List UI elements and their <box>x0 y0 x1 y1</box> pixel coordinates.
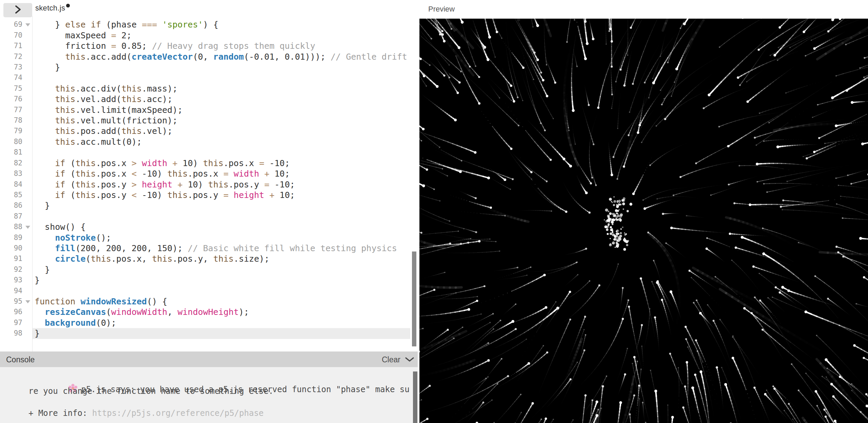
code-line[interactable]: 79 this.pos.add(this.vel); <box>0 126 418 136</box>
chevron-down-icon[interactable] <box>405 357 414 364</box>
code-line[interactable]: 96 resizeCanvas(windowWidth, windowHeigh… <box>0 307 418 317</box>
console-clear-button[interactable]: Clear <box>382 355 400 364</box>
code-line[interactable]: 74 <box>0 73 418 83</box>
code-text[interactable]: this.pos.add(this.vel); <box>21 126 410 136</box>
code-line[interactable]: 75 this.acc.div(this.mass); <box>0 83 418 94</box>
tab-sketch-js[interactable]: sketch.js <box>35 0 70 16</box>
code-text[interactable]: } else if (phase === 'spores') { <box>21 19 410 30</box>
code-line[interactable]: 70 maxSpeed = 2; <box>0 30 418 41</box>
code-line[interactable]: 69 } else if (phase === 'spores') { <box>0 19 418 30</box>
code-line[interactable]: 84 if (this.pos.y > height + 10) this.po… <box>0 179 418 190</box>
code-line[interactable]: 90 fill(200, 200, 200, 150); // Basic wh… <box>0 243 418 254</box>
code-text[interactable]: function windowResized() { <box>21 296 410 307</box>
code-text[interactable]: } <box>21 264 410 275</box>
file-name: sketch.js <box>35 4 65 13</box>
code-text[interactable]: friction = 0.85; // Heavy drag stops the… <box>21 41 410 51</box>
code-rows: 68 69 } else if (phase === 'spores') {70… <box>0 9 418 339</box>
code-line[interactable]: 72 this.acc.add(createVector(0, random(-… <box>0 52 418 62</box>
p5-editor-window: sketch.js 68 69 } else if (phase === 'sp… <box>0 0 868 423</box>
code-line[interactable]: 86 } <box>0 200 418 211</box>
code-text[interactable]: maxSpeed = 2; <box>21 30 410 41</box>
code-text[interactable]: this.acc.mult(0); <box>21 137 410 147</box>
chevron-right-icon <box>14 5 22 15</box>
code-text[interactable] <box>21 73 410 83</box>
code-line[interactable]: 77 this.vel.limit(maxSpeed); <box>0 105 418 115</box>
code-line[interactable]: 83 if (this.pos.x < -10) this.pos.x = wi… <box>0 168 418 179</box>
code-line[interactable]: 73 } <box>0 62 418 73</box>
code-line[interactable]: 71 friction = 0.85; // Heavy drag stops … <box>0 41 418 51</box>
console-message-text: re you change the function name to somet… <box>28 386 273 396</box>
code-line[interactable]: 87 <box>0 211 418 222</box>
code-line[interactable]: 81 <box>0 147 418 158</box>
code-line[interactable]: 91 circle(this.pos.x, this.pos.y, this.s… <box>0 254 418 264</box>
code-line[interactable]: 98} <box>0 328 418 339</box>
code-text[interactable]: resizeCanvas(windowWidth, windowHeight); <box>21 307 410 317</box>
p5-sketch-canvas[interactable] <box>419 19 868 423</box>
code-line[interactable]: 76 this.vel.add(this.acc); <box>0 94 418 104</box>
code-line[interactable]: 88 show() { <box>0 222 418 232</box>
code-text[interactable]: if (this.pos.x > width + 10) this.pos.x … <box>21 158 410 168</box>
code-text[interactable]: this.acc.add(createVector(0, random(-0.0… <box>21 52 410 62</box>
code-text[interactable] <box>21 286 410 296</box>
console-title: Console <box>6 355 35 364</box>
console-more-info: + More info: https://p5js.org/reference/… <box>28 408 264 418</box>
preview-header: Preview <box>419 0 868 19</box>
code-text[interactable]: noStroke(); <box>21 233 410 243</box>
code-text[interactable]: } <box>21 328 410 339</box>
code-text[interactable]: if (this.pos.x < -10) this.pos.x = width… <box>21 168 410 179</box>
editor-topbar: sketch.js <box>0 0 419 16</box>
code-line[interactable]: 80 this.acc.mult(0); <box>0 137 418 147</box>
code-line[interactable]: 85 if (this.pos.y < -10) this.pos.y = he… <box>0 190 418 200</box>
more-info-link[interactable]: https://p5js.org/reference/p5/phase <box>92 408 264 418</box>
code-line[interactable]: 92 } <box>0 264 418 275</box>
code-line[interactable]: 97 background(0); <box>0 318 418 328</box>
code-line[interactable]: 94 <box>0 286 418 296</box>
code-text[interactable]: fill(200, 200, 200, 150); // Basic white… <box>21 243 410 254</box>
code-line[interactable]: 82 if (this.pos.x > width + 10) this.pos… <box>0 158 418 168</box>
code-text[interactable]: this.acc.div(this.mass); <box>21 83 410 94</box>
code-line[interactable]: 95function windowResized() { <box>0 296 418 307</box>
editor-scrollbar[interactable] <box>412 251 416 346</box>
console-header: Console Clear <box>0 351 418 367</box>
code-text[interactable]: circle(this.pos.x, this.pos.y, this.size… <box>21 254 410 264</box>
code-text[interactable]: if (this.pos.y > height + 10) this.pos.y… <box>21 179 410 190</box>
code-line[interactable]: 93} <box>0 275 418 285</box>
code-text[interactable]: show() { <box>21 222 410 232</box>
code-text[interactable] <box>21 211 410 222</box>
code-text[interactable]: } <box>21 275 410 285</box>
code-line[interactable]: 78 this.vel.mult(friction); <box>0 115 418 126</box>
code-text[interactable]: } <box>21 62 410 73</box>
code-text[interactable]: } <box>21 200 410 211</box>
sidebar-expand-button[interactable] <box>3 3 32 17</box>
code-line[interactable]: 89 noStroke(); <box>0 233 418 243</box>
preview-label: Preview <box>428 5 455 14</box>
code-text[interactable] <box>21 147 410 158</box>
code-text[interactable]: this.vel.limit(maxSpeed); <box>21 105 410 115</box>
code-text[interactable]: this.vel.mult(friction); <box>21 115 410 126</box>
unsaved-indicator-dot <box>66 4 70 7</box>
code-text[interactable]: background(0); <box>21 318 410 328</box>
console-scrollbar[interactable] <box>413 371 417 423</box>
code-editor[interactable]: 68 69 } else if (phase === 'spores') {70… <box>0 0 418 351</box>
code-text[interactable]: this.vel.add(this.acc); <box>21 94 410 104</box>
console-output: p5.js says: you have used a p5.js reserv… <box>0 367 418 423</box>
code-text[interactable]: if (this.pos.y < -10) this.pos.y = heigh… <box>21 190 410 200</box>
